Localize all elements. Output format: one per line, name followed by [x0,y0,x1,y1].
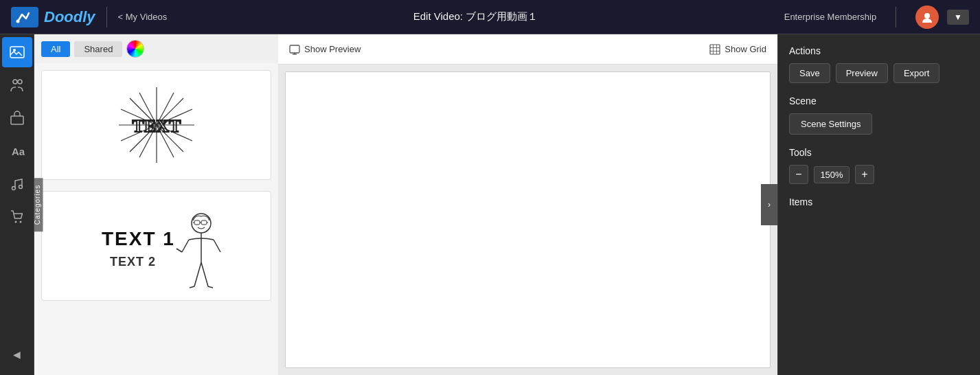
svg-point-5 [13,80,17,84]
color-filter-btn[interactable] [126,40,144,58]
svg-rect-33 [194,220,200,225]
svg-text:TEXT 2: TEXT 2 [110,255,156,269]
account-dropdown[interactable]: ▼ [947,10,969,25]
panel-content: TEXT TEXT 1 TEXT 2 [34,63,278,375]
svg-line-40 [214,240,220,252]
canvas-expand-btn[interactable]: › [761,184,777,225]
svg-point-11 [14,221,16,223]
tab-all[interactable]: All [41,41,70,57]
sidebar-item-props[interactable] [2,103,32,133]
canvas-area: Show Preview Show Grid › [278,34,777,375]
svg-point-2 [924,13,930,19]
membership-label: Enterprise Membership [784,12,876,22]
show-grid-button[interactable]: Show Grid [709,44,766,55]
right-area: Enterprise Membership ▼ [784,5,969,29]
sidebar-item-images[interactable] [2,37,32,67]
sidebar-item-cart[interactable] [2,202,32,232]
action-buttons: Save Preview Export [789,63,969,83]
panel-tabs: All Shared [34,34,278,63]
tab-shared[interactable]: Shared [74,41,122,57]
svg-line-44 [190,286,194,288]
topbar-divider [106,7,107,27]
categories-tab[interactable]: Categories [34,178,43,231]
svg-text:TEXT: TEXT [132,116,181,136]
svg-point-12 [19,221,21,223]
zoom-in-button[interactable]: + [855,165,874,184]
svg-line-42 [194,262,201,286]
list-item[interactable]: TEXT 1 TEXT 2 [41,191,271,301]
right-panel: Actions Save Preview Export Scene Scene … [777,34,980,375]
items-section: Items [789,196,969,214]
sidebar-collapse-btn[interactable]: ◀ [2,339,32,370]
scene-settings-button[interactable]: Scene Settings [789,113,872,135]
items-title: Items [789,196,969,207]
image-panel: Categories All Shared [34,34,278,375]
topbar: Doodly < My Videos Edit Video: ブログ用動画１ E… [0,0,980,34]
page-title: Edit Video: ブログ用動画１ [167,10,784,23]
svg-rect-34 [201,220,207,225]
zoom-out-button[interactable]: − [789,165,808,184]
svg-point-6 [18,80,22,84]
svg-line-43 [201,262,208,286]
svg-line-41 [176,249,182,252]
tools-title: Tools [789,147,969,158]
sidebar-icons: Aa ◀ [0,34,34,375]
svg-rect-7 [11,116,23,124]
svg-point-1 [16,19,20,23]
canvas-main [285,71,771,368]
sidebar-item-music[interactable] [2,169,32,199]
svg-line-45 [208,286,213,288]
list-item[interactable]: TEXT [41,70,271,180]
svg-point-10 [19,185,22,189]
zoom-controls: − 150% + [789,165,969,184]
user-avatar[interactable] [915,5,939,29]
tools-section: Tools − 150% + [789,147,969,184]
logo-area: Doodly [11,7,95,27]
sidebar-item-characters[interactable] [2,70,32,100]
save-button[interactable]: Save [789,63,830,83]
logo-icon [11,7,38,27]
main-area: Aa ◀ Categories All Shared [0,34,980,375]
actions-section: Actions Save Preview Export [789,45,969,83]
preview-button[interactable]: Preview [836,63,888,83]
show-preview-label: Show Preview [304,44,361,54]
svg-rect-46 [290,45,299,53]
svg-point-9 [12,187,15,190]
zoom-value: 150% [814,166,850,183]
svg-rect-49 [710,45,720,54]
export-button[interactable]: Export [893,63,940,83]
topbar-divider2 [896,7,896,27]
show-grid-label: Show Grid [725,44,766,54]
show-preview-button[interactable]: Show Preview [289,44,361,55]
svg-text:TEXT 1: TEXT 1 [102,228,175,249]
back-link[interactable]: < My Videos [118,12,168,22]
scene-title: Scene [789,95,969,106]
svg-text:Aa: Aa [12,146,25,157]
sidebar-item-text[interactable]: Aa [2,136,32,166]
logo-text: Doodly [44,8,95,26]
svg-line-39 [182,240,189,252]
scene-section: Scene Scene Settings [789,95,969,135]
canvas-toolbar: Show Preview Show Grid [278,34,777,65]
actions-title: Actions [789,45,969,56]
